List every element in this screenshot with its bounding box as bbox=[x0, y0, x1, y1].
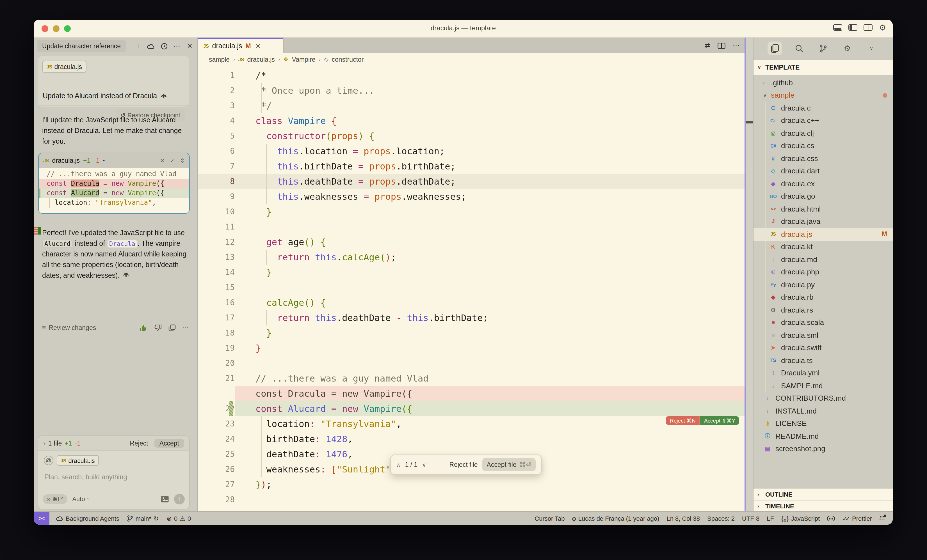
expand-diff-icon[interactable]: ⇕ bbox=[180, 157, 185, 164]
file-item-dracula.rb[interactable]: ◆dracula.rb bbox=[754, 291, 893, 304]
timeline-section[interactable]: ›TIMELINE bbox=[754, 500, 893, 512]
code-line[interactable]: 2 * Once upon a time... bbox=[198, 83, 745, 98]
code-line[interactable]: 9 this.weaknesses = props.weaknesses; bbox=[198, 189, 745, 204]
attach-image-icon[interactable] bbox=[161, 495, 169, 502]
copilot-icon[interactable] bbox=[827, 516, 835, 521]
file-item-dracula.java[interactable]: Jdracula.java bbox=[754, 215, 893, 228]
overview-ruler[interactable] bbox=[745, 38, 753, 511]
close-chat-icon[interactable]: ✕ bbox=[186, 42, 194, 50]
file-item-SAMPLE.md[interactable]: ↓SAMPLE.md bbox=[754, 379, 893, 392]
tab-dracula-js[interactable]: JS dracula.js M ✕ bbox=[198, 38, 284, 53]
model-selector[interactable]: Auto ^ bbox=[72, 495, 89, 502]
file-item-dracula.sml[interactable]: ≡dracula.sml bbox=[754, 329, 893, 341]
reject-diff-icon[interactable]: ✕ bbox=[160, 157, 165, 164]
code-line[interactable]: 19} bbox=[198, 340, 745, 355]
code-line[interactable]: 3 */ bbox=[198, 98, 745, 113]
editor-sash[interactable] bbox=[745, 38, 745, 511]
deleted-code-line[interactable]: const Dracula = new Vampire({ bbox=[198, 386, 745, 401]
accept-change-button[interactable]: Accept ⇧⌘Y bbox=[700, 416, 739, 425]
git-branch-item[interactable]: main* ↻ bbox=[127, 515, 159, 522]
file-item-dracula.ts[interactable]: TSdracula.ts bbox=[754, 354, 893, 367]
eol-item[interactable]: LF bbox=[767, 515, 774, 522]
explorer-section-header[interactable]: ∨ TEMPLATE bbox=[754, 60, 893, 74]
formatter-item[interactable]: ✓✓ Prettier bbox=[842, 515, 872, 522]
toggle-panel-icon[interactable] bbox=[834, 24, 842, 31]
encoding-item[interactable]: UTF-8 bbox=[742, 515, 760, 522]
outline-section[interactable]: ›OUTLINE bbox=[754, 488, 893, 500]
chat-input[interactable]: Plan, search, build anything bbox=[44, 473, 127, 481]
sync-icon[interactable]: ↻ bbox=[153, 515, 159, 522]
reject-all-button[interactable]: Reject bbox=[130, 440, 148, 446]
file-item-dracula.js[interactable]: JSdracula.jsM bbox=[754, 228, 893, 240]
problems-item[interactable]: ⊗0 ⚠0 bbox=[167, 515, 191, 522]
code-line[interactable]: 11 bbox=[198, 219, 745, 234]
file-item-dracula.html[interactable]: <>dracula.html bbox=[754, 203, 893, 215]
chevron-down-icon[interactable]: ∨ bbox=[864, 41, 879, 55]
code-line[interactable]: 17 return this.deathDate - this.birthDat… bbox=[198, 310, 745, 325]
git-blame-item[interactable]: φ Lucas de França (1 year ago) bbox=[572, 515, 660, 522]
folder-item-.github[interactable]: ›.github bbox=[754, 76, 893, 89]
code-line[interactable]: 1/* bbox=[198, 68, 745, 83]
file-item-CONTRIBUTORS.md[interactable]: ↓CONTRIBUTORS.md bbox=[754, 392, 893, 405]
breadcrumb-file[interactable]: dracula.js bbox=[247, 56, 275, 62]
code-line[interactable]: 18 } bbox=[198, 325, 745, 340]
more-actions-icon[interactable]: ⋯ bbox=[733, 41, 740, 49]
file-item-dracula.kt[interactable]: Kdracula.kt bbox=[754, 240, 893, 253]
history-icon[interactable] bbox=[160, 42, 168, 50]
file-item-dracula.swift[interactable]: ➤dracula.swift bbox=[754, 341, 893, 354]
code-line[interactable]: 27}); bbox=[198, 477, 745, 492]
send-button[interactable]: ↑ bbox=[174, 493, 185, 504]
code-line[interactable]: 7 this.birthDate = props.birthDate; bbox=[198, 158, 745, 174]
file-item-dracula.dart[interactable]: ◇dracula.dart bbox=[754, 165, 893, 177]
attached-file-pill[interactable]: JS dracula.js bbox=[42, 61, 87, 73]
code-line[interactable]: 6 this.location = props.location; bbox=[198, 143, 745, 158]
search-icon[interactable] bbox=[792, 41, 806, 55]
add-context-button[interactable]: @ bbox=[44, 455, 53, 465]
file-item-dracula.go[interactable]: GOdracula.go bbox=[754, 190, 893, 203]
file-item-dracula.scala[interactable]: ≡dracula.scala bbox=[754, 316, 893, 329]
more-actions-icon[interactable]: ⋯ bbox=[173, 42, 181, 50]
more-actions-icon[interactable]: ⋯ bbox=[182, 324, 188, 332]
breadcrumb-class[interactable]: Vampire bbox=[292, 56, 316, 62]
code-line[interactable]: 10 } bbox=[198, 204, 745, 219]
code-line[interactable]: 23 location: "Transylvania", bbox=[198, 416, 745, 431]
file-item-README.md[interactable]: ⓘREADME.md bbox=[754, 430, 893, 442]
cloud-icon[interactable] bbox=[147, 43, 155, 49]
extensions-gear-icon[interactable]: ⚙ bbox=[840, 41, 854, 55]
reject-change-button[interactable]: Reject ⌘N bbox=[666, 416, 700, 425]
remote-indicator[interactable]: >< bbox=[34, 512, 49, 525]
code-line[interactable]: 4class Vampire { bbox=[198, 113, 745, 128]
copy-icon[interactable] bbox=[168, 324, 175, 331]
code-line[interactable]: 21// ...there was a guy named Vlad bbox=[198, 370, 745, 386]
breadcrumb-folder[interactable]: sample bbox=[209, 56, 229, 62]
reject-file-button[interactable]: Reject file bbox=[450, 461, 478, 468]
code-line[interactable]: 13 return this.calcAge(); bbox=[198, 249, 745, 264]
toggle-primary-sidebar-icon[interactable] bbox=[849, 24, 858, 31]
toggle-secondary-sidebar-icon[interactable] bbox=[864, 24, 873, 31]
source-control-icon[interactable] bbox=[816, 41, 830, 55]
file-item-dracula.md[interactable]: ↓dracula.md bbox=[754, 253, 893, 266]
split-editor-icon[interactable] bbox=[717, 42, 725, 49]
explorer-files-icon[interactable] bbox=[767, 41, 782, 55]
file-item-LICENSE[interactable]: ⚷LICENSE bbox=[754, 417, 893, 430]
folder-item-sample[interactable]: ∨sample bbox=[754, 89, 893, 102]
indentation-item[interactable]: Spaces: 2 bbox=[707, 515, 735, 522]
thumbs-down-icon[interactable] bbox=[153, 324, 161, 331]
breadcrumb-member[interactable]: constructor bbox=[332, 56, 364, 62]
code-line[interactable]: 20 bbox=[198, 355, 745, 370]
settings-gear-icon[interactable]: ⚙ bbox=[879, 24, 886, 31]
background-agents-item[interactable]: Background Agents bbox=[56, 515, 119, 522]
file-item-INSTALL.md[interactable]: ↓INSTALL.md bbox=[754, 405, 893, 417]
accept-file-button[interactable]: Accept file ⌘⏎ bbox=[482, 458, 536, 471]
file-item-dracula.css[interactable]: #dracula.css bbox=[754, 152, 893, 165]
code-line[interactable]: 28 bbox=[198, 492, 745, 507]
compare-changes-icon[interactable]: ⇄ bbox=[705, 41, 710, 49]
code-line[interactable]: 15 bbox=[198, 280, 745, 295]
next-change-icon[interactable]: ∨ bbox=[422, 461, 426, 468]
review-changes-label[interactable]: Review changes bbox=[49, 324, 96, 331]
changed-files-bar[interactable]: › 1 file +1 -1 Reject Accept bbox=[38, 436, 189, 451]
file-item-dracula.py[interactable]: Pydracula.py bbox=[754, 278, 893, 291]
added-code-line[interactable]: 22const Alucard = new Vampire({ bbox=[198, 401, 745, 416]
code-line[interactable]: 12 get age() { bbox=[198, 234, 745, 249]
accept-diff-icon[interactable]: ✓ bbox=[170, 157, 175, 164]
